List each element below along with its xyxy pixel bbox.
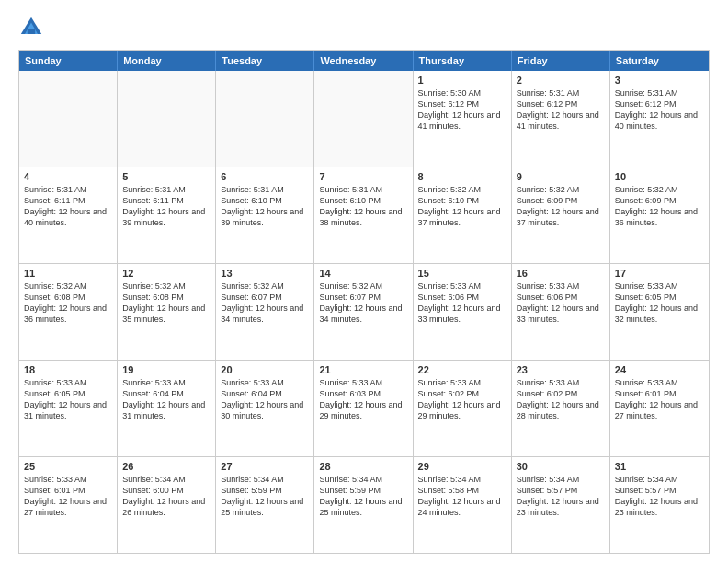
calendar-cell: 22Sunrise: 5:33 AMSunset: 6:02 PMDayligh… xyxy=(414,361,512,456)
cell-details: Sunrise: 5:33 AMSunset: 6:02 PMDaylight:… xyxy=(517,377,605,422)
svg-rect-2 xyxy=(28,29,35,34)
day-number: 26 xyxy=(122,461,210,472)
cell-details: Sunrise: 5:33 AMSunset: 6:04 PMDaylight:… xyxy=(221,377,309,422)
header-day-thursday: Thursday xyxy=(414,51,512,71)
header-day-wednesday: Wednesday xyxy=(314,51,413,71)
header-day-sunday: Sunday xyxy=(19,51,118,71)
calendar-cell: 23Sunrise: 5:33 AMSunset: 6:02 PMDayligh… xyxy=(512,361,610,456)
day-number: 16 xyxy=(517,268,605,279)
calendar-cell: 9Sunrise: 5:32 AMSunset: 6:09 PMDaylight… xyxy=(512,167,610,263)
day-number: 12 xyxy=(122,268,210,279)
calendar-cell: 7Sunrise: 5:31 AMSunset: 6:10 PMDaylight… xyxy=(314,167,413,263)
day-number: 6 xyxy=(221,171,309,182)
calendar-cell: 29Sunrise: 5:34 AMSunset: 5:58 PMDayligh… xyxy=(414,457,512,553)
day-number: 13 xyxy=(221,268,309,279)
calendar-cell: 6Sunrise: 5:31 AMSunset: 6:10 PMDaylight… xyxy=(216,167,314,263)
cell-details: Sunrise: 5:32 AMSunset: 6:09 PMDaylight:… xyxy=(517,184,605,229)
day-number: 27 xyxy=(221,461,309,472)
day-number: 31 xyxy=(615,461,704,472)
calendar-cell: 15Sunrise: 5:33 AMSunset: 6:06 PMDayligh… xyxy=(414,264,512,360)
cell-details: Sunrise: 5:34 AMSunset: 5:58 PMDaylight:… xyxy=(418,474,506,519)
day-number: 1 xyxy=(418,75,506,86)
day-number: 28 xyxy=(319,461,407,472)
logo-icon xyxy=(18,15,44,40)
cell-details: Sunrise: 5:33 AMSunset: 6:05 PMDaylight:… xyxy=(24,377,112,422)
header-day-saturday: Saturday xyxy=(610,51,709,71)
day-number: 20 xyxy=(221,364,309,375)
calendar-cell: 10Sunrise: 5:32 AMSunset: 6:09 PMDayligh… xyxy=(610,167,709,263)
day-number: 5 xyxy=(122,171,210,182)
cell-details: Sunrise: 5:33 AMSunset: 6:06 PMDaylight:… xyxy=(517,281,605,326)
cell-details: Sunrise: 5:32 AMSunset: 6:07 PMDaylight:… xyxy=(319,281,407,326)
calendar-row-4: 25Sunrise: 5:33 AMSunset: 6:01 PMDayligh… xyxy=(19,456,709,553)
calendar-cell xyxy=(216,71,314,167)
day-number: 14 xyxy=(319,268,407,279)
calendar-cell: 14Sunrise: 5:32 AMSunset: 6:07 PMDayligh… xyxy=(314,264,413,360)
cell-details: Sunrise: 5:31 AMSunset: 6:12 PMDaylight:… xyxy=(517,87,605,132)
cell-details: Sunrise: 5:33 AMSunset: 6:01 PMDaylight:… xyxy=(615,377,704,422)
logo xyxy=(18,15,48,40)
cell-details: Sunrise: 5:30 AMSunset: 6:12 PMDaylight:… xyxy=(418,87,506,132)
calendar-cell: 2Sunrise: 5:31 AMSunset: 6:12 PMDaylight… xyxy=(512,71,610,167)
cell-details: Sunrise: 5:34 AMSunset: 5:59 PMDaylight:… xyxy=(319,474,407,519)
header-day-tuesday: Tuesday xyxy=(216,51,314,71)
calendar-row-1: 4Sunrise: 5:31 AMSunset: 6:11 PMDaylight… xyxy=(19,167,709,263)
cell-details: Sunrise: 5:34 AMSunset: 5:59 PMDaylight:… xyxy=(221,474,309,519)
calendar-cell xyxy=(314,71,413,167)
cell-details: Sunrise: 5:32 AMSunset: 6:08 PMDaylight:… xyxy=(24,281,112,326)
calendar-row-0: 1Sunrise: 5:30 AMSunset: 6:12 PMDaylight… xyxy=(19,71,709,167)
day-number: 22 xyxy=(418,364,506,375)
calendar-cell: 5Sunrise: 5:31 AMSunset: 6:11 PMDaylight… xyxy=(118,167,216,263)
day-number: 18 xyxy=(24,364,112,375)
cell-details: Sunrise: 5:31 AMSunset: 6:11 PMDaylight:… xyxy=(24,184,112,229)
cell-details: Sunrise: 5:33 AMSunset: 6:03 PMDaylight:… xyxy=(319,377,407,422)
cell-details: Sunrise: 5:34 AMSunset: 5:57 PMDaylight:… xyxy=(517,474,605,519)
cell-details: Sunrise: 5:33 AMSunset: 6:02 PMDaylight:… xyxy=(418,377,506,422)
calendar-cell: 1Sunrise: 5:30 AMSunset: 6:12 PMDaylight… xyxy=(414,71,512,167)
header-day-friday: Friday xyxy=(512,51,610,71)
day-number: 19 xyxy=(122,364,210,375)
cell-details: Sunrise: 5:31 AMSunset: 6:12 PMDaylight:… xyxy=(615,87,704,132)
day-number: 7 xyxy=(319,171,407,182)
day-number: 17 xyxy=(615,268,704,279)
cell-details: Sunrise: 5:32 AMSunset: 6:08 PMDaylight:… xyxy=(122,281,210,326)
day-number: 8 xyxy=(418,171,506,182)
cell-details: Sunrise: 5:31 AMSunset: 6:11 PMDaylight:… xyxy=(122,184,210,229)
calendar-body: 1Sunrise: 5:30 AMSunset: 6:12 PMDaylight… xyxy=(19,71,709,553)
calendar-cell xyxy=(19,71,118,167)
calendar-page: SundayMondayTuesdayWednesdayThursdayFrid… xyxy=(0,0,728,563)
cell-details: Sunrise: 5:33 AMSunset: 6:01 PMDaylight:… xyxy=(24,474,112,519)
day-number: 15 xyxy=(418,268,506,279)
cell-details: Sunrise: 5:32 AMSunset: 6:09 PMDaylight:… xyxy=(615,184,704,229)
day-number: 21 xyxy=(319,364,407,375)
calendar-row-2: 11Sunrise: 5:32 AMSunset: 6:08 PMDayligh… xyxy=(19,263,709,360)
calendar-row-3: 18Sunrise: 5:33 AMSunset: 6:05 PMDayligh… xyxy=(19,360,709,456)
calendar-cell: 26Sunrise: 5:34 AMSunset: 6:00 PMDayligh… xyxy=(118,457,216,553)
day-number: 3 xyxy=(615,75,704,86)
day-number: 25 xyxy=(24,461,112,472)
header-day-monday: Monday xyxy=(118,51,216,71)
day-number: 11 xyxy=(24,268,112,279)
cell-details: Sunrise: 5:33 AMSunset: 6:05 PMDaylight:… xyxy=(615,281,704,326)
day-number: 10 xyxy=(615,171,704,182)
day-number: 23 xyxy=(517,364,605,375)
calendar-cell: 13Sunrise: 5:32 AMSunset: 6:07 PMDayligh… xyxy=(216,264,314,360)
cell-details: Sunrise: 5:33 AMSunset: 6:06 PMDaylight:… xyxy=(418,281,506,326)
calendar-cell: 20Sunrise: 5:33 AMSunset: 6:04 PMDayligh… xyxy=(216,361,314,456)
page-header xyxy=(18,15,710,40)
calendar-cell: 27Sunrise: 5:34 AMSunset: 5:59 PMDayligh… xyxy=(216,457,314,553)
day-number: 24 xyxy=(615,364,704,375)
calendar-cell: 8Sunrise: 5:32 AMSunset: 6:10 PMDaylight… xyxy=(414,167,512,263)
day-number: 4 xyxy=(24,171,112,182)
calendar-header: SundayMondayTuesdayWednesdayThursdayFrid… xyxy=(19,51,709,71)
cell-details: Sunrise: 5:34 AMSunset: 5:57 PMDaylight:… xyxy=(615,474,704,519)
calendar-cell: 4Sunrise: 5:31 AMSunset: 6:11 PMDaylight… xyxy=(19,167,118,263)
calendar-cell: 16Sunrise: 5:33 AMSunset: 6:06 PMDayligh… xyxy=(512,264,610,360)
cell-details: Sunrise: 5:31 AMSunset: 6:10 PMDaylight:… xyxy=(221,184,309,229)
calendar-cell: 18Sunrise: 5:33 AMSunset: 6:05 PMDayligh… xyxy=(19,361,118,456)
day-number: 9 xyxy=(517,171,605,182)
calendar-cell: 12Sunrise: 5:32 AMSunset: 6:08 PMDayligh… xyxy=(118,264,216,360)
day-number: 30 xyxy=(517,461,605,472)
calendar-cell: 17Sunrise: 5:33 AMSunset: 6:05 PMDayligh… xyxy=(610,264,709,360)
calendar-cell xyxy=(118,71,216,167)
